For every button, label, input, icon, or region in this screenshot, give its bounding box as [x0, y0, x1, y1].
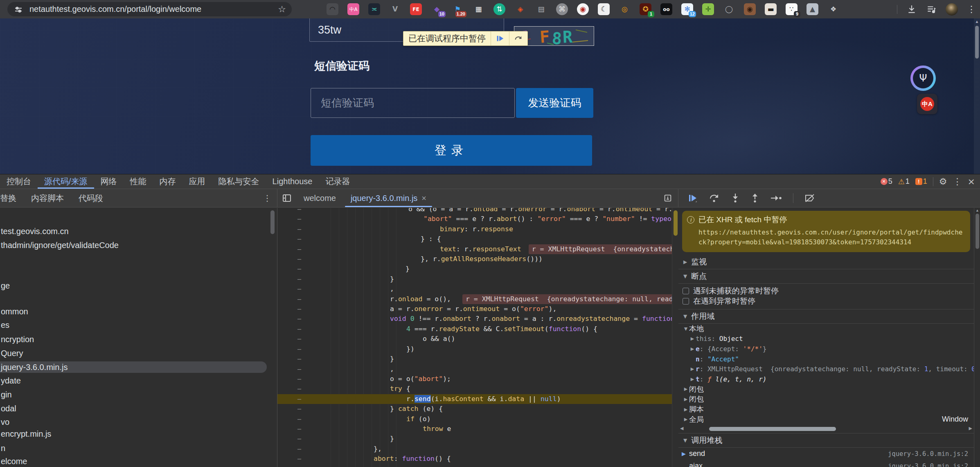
tree-item[interactable]: gin	[0, 389, 12, 400]
sms-code-input[interactable]	[311, 88, 515, 118]
editor-overflow-icon[interactable]	[663, 194, 672, 203]
scope-row[interactable]: ▶e: {Accept: '*/*'}	[678, 344, 974, 354]
hscroll-left-icon[interactable]: ◀	[680, 426, 683, 431]
omnibox[interactable]: netauthtest.geovis.com.cn/portal/login/w…	[7, 2, 292, 16]
callstack-frame[interactable]: ajaxjquery-3.6.0.min.js:2	[678, 460, 974, 467]
tree-item[interactable]: encrypt.min.js	[0, 428, 51, 440]
expand-icon[interactable]: ▶	[683, 407, 689, 412]
monkey-icon[interactable]: ◉	[744, 3, 756, 15]
console-errors[interactable]: ✕ 5	[881, 177, 892, 186]
page-scrollbar-thumb[interactable]	[975, 26, 979, 59]
navigator-more-icon[interactable]: ⋮	[263, 193, 271, 203]
deactivate-breakpoints-icon[interactable]	[804, 193, 816, 203]
devtools-tab-privacy[interactable]: 隐私与安全	[212, 174, 266, 189]
devtools-close-icon[interactable]: ×	[968, 176, 975, 187]
step-over-icon[interactable]	[709, 193, 720, 203]
breakpoint-option-0[interactable]: 遇到未捕获的异常时暂停	[678, 286, 974, 296]
tree-item[interactable]: ydate	[0, 375, 21, 386]
browser-menu-icon[interactable]: ⋮	[967, 4, 976, 15]
dart-target-icon[interactable]: ◉	[577, 3, 589, 15]
scope-row[interactable]: ▶脚本	[678, 404, 974, 415]
tree-item[interactable]: ge	[0, 280, 10, 291]
tab-close-icon[interactable]: ×	[421, 194, 426, 203]
step-out-icon[interactable]	[750, 193, 759, 203]
vue-devtools-icon[interactable]: V	[389, 3, 401, 15]
url-text[interactable]: netauthtest.geovis.com.cn/portal/login/w…	[29, 5, 278, 14]
expand-icon[interactable]: ▶	[683, 417, 689, 422]
husky-photo-icon[interactable]: ▲	[807, 3, 818, 15]
green-sync-icon[interactable]: ⇅	[493, 3, 505, 15]
expand-icon[interactable]: ▶	[689, 366, 696, 372]
sidebar-scrollbar-up-icon[interactable]: ▲	[974, 208, 980, 212]
expand-icon[interactable]: ▶	[683, 386, 689, 392]
navigator-scrollbar-thumb[interactable]	[270, 210, 275, 234]
gray-doc-icon[interactable]: ▤	[535, 3, 547, 15]
red-rune-icon[interactable]: ✪1	[640, 3, 651, 15]
toast-step-over-button[interactable]	[509, 32, 527, 45]
breakpoints-collapse-icon[interactable]: ▼	[683, 273, 687, 279]
downloads-icon[interactable]	[906, 4, 917, 15]
devtools-tab-network[interactable]: 网络	[94, 174, 124, 189]
breakpoint-option-1[interactable]: 在遇到异常时暂停	[678, 296, 974, 306]
sidebar-scrollbar[interactable]: ▲	[974, 208, 980, 467]
issues[interactable]: ! 1	[915, 177, 927, 186]
scope-local-row[interactable]: ▼ 本地	[678, 324, 974, 334]
scope-row[interactable]: ▶r: XMLHttpRequest {onreadystatechange: …	[678, 364, 974, 374]
devtools-tab-lighthouse[interactable]: Lighthouse	[266, 174, 319, 189]
bowler-hat-icon[interactable]: ◠	[327, 3, 338, 15]
local-collapse-icon[interactable]: ▼	[683, 326, 689, 332]
checkbox[interactable]	[683, 298, 689, 305]
section-watch[interactable]: ▶ 监视	[678, 255, 974, 269]
search-lens-icon[interactable]: ◎	[619, 3, 631, 15]
section-callstack[interactable]: ▼ 调用堆栈	[678, 433, 974, 448]
toast-resume-button[interactable]	[491, 32, 509, 45]
expand-icon[interactable]: ▶	[689, 377, 696, 382]
tree-item[interactable]: odal	[0, 403, 16, 414]
devtools-tab-memory[interactable]: 内存	[153, 174, 182, 189]
expand-icon[interactable]: ▶	[683, 397, 689, 402]
hide-navigator-icon[interactable]	[277, 189, 296, 207]
scope-row[interactable]: ▶this: Object	[678, 334, 974, 344]
section-scope[interactable]: ▼ 作用域	[678, 309, 974, 324]
resume-script-icon[interactable]	[687, 193, 698, 203]
sidebar-scrollbar-thumb[interactable]	[975, 214, 979, 249]
site-settings-icon[interactable]	[13, 4, 24, 15]
panda-card-icon[interactable]: ∵9	[786, 3, 798, 15]
watch-collapse-icon[interactable]: ▶	[683, 259, 687, 265]
step-into-icon[interactable]	[731, 193, 740, 203]
assistant-widget[interactable]: Ψ	[910, 65, 936, 91]
editor-scrollbar-thumb[interactable]	[674, 210, 678, 236]
tab-welcome[interactable]: welcome	[296, 189, 343, 207]
section-breakpoints[interactable]: ▼ 断点	[678, 269, 974, 284]
scope-row[interactable]: ▶全局Window	[678, 414, 974, 424]
scope-row[interactable]: ▶闭包	[678, 394, 974, 404]
fe-helper-icon[interactable]: FE	[410, 3, 422, 15]
fox-icon[interactable]: ◈	[514, 3, 526, 15]
bookmark-star-icon[interactable]: ☆	[278, 4, 286, 15]
masked-face-icon[interactable]: ▬	[765, 3, 777, 15]
checkbox[interactable]	[683, 288, 689, 294]
devtools-tab-console[interactable]: 控制台	[0, 174, 38, 189]
scope-row[interactable]: n: "Accept"	[678, 354, 974, 364]
devtools-tab-recorder[interactable]: 记录器	[319, 174, 356, 189]
blue-flag-icon[interactable]: ⚑1.20	[452, 3, 464, 15]
purple-gem-icon[interactable]: ◆10	[431, 3, 443, 15]
navigator-tab-overrides[interactable]: 替换	[0, 193, 24, 204]
expand-icon[interactable]: ▶	[689, 336, 696, 341]
qr-code-icon[interactable]: ▦	[473, 3, 484, 15]
tree-item[interactable]: test.geovis.com.cn	[0, 226, 69, 237]
devtools-tab-application[interactable]: 应用	[182, 174, 212, 189]
translate-widget[interactable]: 中A	[917, 94, 937, 114]
devtools-tab-sources[interactable]: 源代码/来源	[38, 174, 94, 189]
scope-row[interactable]: ▶闭包	[678, 384, 974, 395]
dark-panel-icon[interactable]: ≍	[368, 3, 380, 15]
step-icon[interactable]	[770, 193, 782, 203]
tab-jquery[interactable]: jquery-3.6.0.min.js ×	[343, 189, 434, 207]
devtools-settings-icon[interactable]: ⚙	[939, 176, 947, 187]
puzzle-extensions-icon[interactable]: ❖	[827, 3, 839, 15]
file-navigator[interactable]: test.geovis.com.cnthadmin/ignore/get/val…	[0, 208, 277, 467]
navigator-tab-snippets[interactable]: 代码段	[71, 193, 110, 204]
scope-collapse-icon[interactable]: ▼	[683, 314, 687, 319]
profile-avatar[interactable]	[946, 3, 958, 16]
devtools-menu-icon[interactable]: ⋮	[953, 176, 962, 187]
